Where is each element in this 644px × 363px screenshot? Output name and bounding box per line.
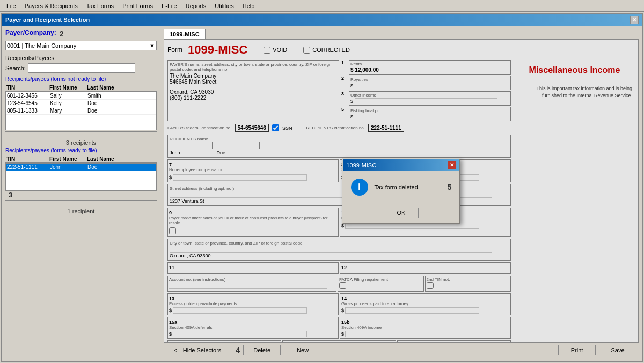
window-title-text: Payer and Recipient Selection (5, 17, 90, 23)
modal-content: i Tax form deleted. 5 (343, 171, 459, 203)
main-window: Payer and Recipient Selection ✕ Payer/Co… (1, 13, 643, 362)
menu-efile[interactable]: E-File (157, 2, 181, 10)
menu-help[interactable]: Help (238, 2, 259, 10)
search-label: Search: (5, 65, 26, 71)
col-lastname-2: Last Name (87, 156, 130, 162)
ready-firstname-1: John (50, 164, 87, 170)
not-ready-hscroll[interactable] (5, 131, 157, 138)
modal-title-bar: 1099-MISC ✕ (343, 159, 459, 171)
search-input[interactable] (28, 63, 135, 73)
not-ready-table-header: TIN First Name Last Name (5, 84, 157, 92)
ready-row-1[interactable]: 222-51-1111 John Doe (6, 164, 156, 171)
form-area: Form 1099-MISC VOID CORRECTED (164, 39, 639, 342)
lastname-2: Doe (87, 100, 130, 106)
ready-hscroll[interactable] (5, 200, 157, 206)
col-firstname-1: First Name (49, 85, 87, 91)
modal-close-button[interactable]: ✕ (448, 161, 456, 169)
payer-badge-2: 2 (60, 29, 64, 38)
ready-count: 1 recipient (5, 206, 157, 216)
right-panel: 1099-MISC Form 1099-MISC VOID CORRECTED (160, 26, 642, 361)
bottom-badge-4: 4 (236, 346, 240, 354)
modal-overlay: 1099-MISC ✕ i Tax form deleted. 5 OK (164, 40, 638, 342)
col-firstname-2: First Name (49, 156, 87, 162)
menu-bar: File Payers & Recipients Tax Forms Print… (0, 0, 644, 12)
tin-2: 123-54-6545 (7, 100, 50, 106)
window-title-bar: Payer and Recipient Selection ✕ (2, 14, 642, 26)
not-ready-row-2[interactable]: 123-54-6545 Kelly Doe (6, 100, 156, 107)
col-lastname-1: Last Name (87, 85, 130, 91)
modal-ok-button[interactable]: OK (384, 208, 419, 218)
tin-1: 601-12-3456 (7, 93, 50, 99)
save-button[interactable]: Save (599, 345, 636, 355)
hide-selectors-button[interactable]: <-- Hide Selectors (166, 345, 229, 355)
modal-info-icon: i (351, 179, 368, 196)
ready-lastname-1: Doe (87, 164, 130, 170)
menu-taxforms[interactable]: Tax Forms (82, 2, 118, 10)
dropdown-arrow-icon[interactable]: ▼ (149, 42, 155, 49)
new-button[interactable]: New (284, 345, 321, 355)
menu-printforms[interactable]: Print Forms (118, 2, 157, 10)
payer-company-label: Payer/Company: (5, 29, 56, 36)
firstname-3: Mary (50, 108, 87, 114)
left-panel: Payer/Company: 2 0001 | The Main Company… (2, 26, 160, 361)
payer-dropdown[interactable]: 0001 | The Main Company ▼ (5, 41, 157, 50)
print-button[interactable]: Print (558, 345, 596, 355)
menu-utilities[interactable]: Utilities (210, 2, 238, 10)
not-ready-count: 3 recipients (5, 138, 157, 147)
ready-table-header: TIN First Name Last Name (5, 155, 157, 163)
bottom-right-buttons: Print Save (558, 345, 636, 355)
tin-3: 805-11-1333 (7, 108, 50, 114)
modal-title-text: 1099-MISC (347, 162, 377, 168)
search-row: Search: (5, 63, 157, 73)
window-close-button[interactable]: ✕ (630, 16, 639, 24)
ready-header: Recipients/payees (forms ready to file) (5, 147, 157, 153)
modal-dialog: 1099-MISC ✕ i Tax form deleted. 5 OK (342, 158, 460, 224)
delete-button[interactable]: Delete (243, 345, 281, 355)
modal-icon-text: i (358, 181, 361, 192)
modal-badge-5: 5 (448, 183, 452, 191)
not-ready-header: Recipients/payees (forms not ready to fi… (5, 76, 157, 82)
tab-1099misc[interactable]: 1099-MISC (164, 29, 206, 39)
content-area: Payer/Company: 2 0001 | The Main Company… (2, 26, 642, 361)
ready-tin-1: 222-51-1111 (7, 164, 50, 170)
ready-table: 222-51-1111 John Doe (5, 163, 157, 191)
col-tin-1: TIN (6, 85, 49, 91)
col-tin-2: TIN (6, 156, 49, 162)
lastname-1: Smith (87, 93, 130, 99)
recipients-payees-header: Recipients/Payees (5, 55, 157, 61)
tab-bar: 1099-MISC (164, 29, 639, 39)
modal-footer: OK (343, 203, 459, 223)
modal-message: Tax form deleted. (375, 184, 420, 190)
menu-file[interactable]: File (2, 2, 20, 10)
firstname-2: Kelly (50, 100, 87, 106)
menu-reports[interactable]: Reports (181, 2, 211, 10)
menu-payers[interactable]: Payers & Recipients (20, 2, 82, 10)
not-ready-row-3[interactable]: 805-11-1333 Mary Doe (6, 107, 156, 115)
lastname-3: Doe (87, 108, 130, 114)
firstname-1: Sally (50, 93, 87, 99)
payer-value: 0001 | The Main Company (7, 42, 76, 49)
ready-badge-3: 3 (9, 191, 12, 199)
bottom-bar: <-- Hide Selectors 4 Delete New Print Sa… (164, 342, 639, 358)
not-ready-table: 601-12-3456 Sally Smith 123-54-6545 Kell… (5, 92, 157, 130)
bottom-left-buttons: <-- Hide Selectors 4 Delete New (166, 345, 321, 355)
not-ready-row-1[interactable]: 601-12-3456 Sally Smith (6, 92, 156, 100)
